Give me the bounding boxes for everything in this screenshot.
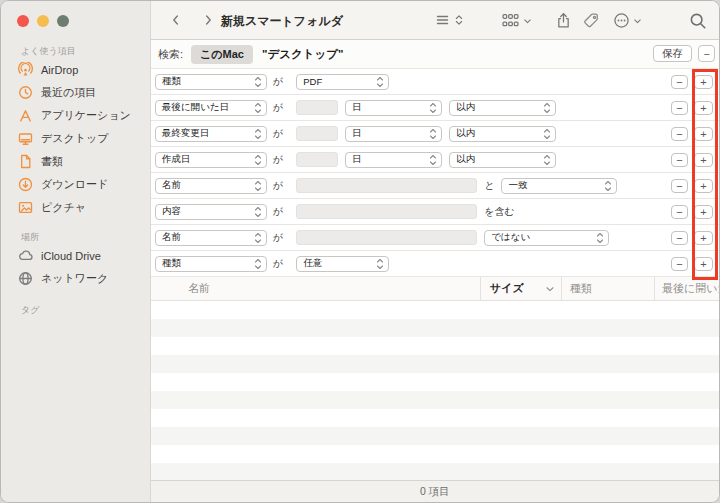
select-value: 以内 (456, 153, 475, 166)
select-value: 名前 (162, 179, 181, 192)
airdrop-icon (18, 62, 33, 77)
view-mode-button[interactable] (434, 12, 465, 28)
criteria-attribute-select[interactable]: 種類 (155, 256, 267, 272)
criteria-value-select[interactable]: ではない (484, 230, 609, 246)
criteria-value-select[interactable]: 日 (345, 100, 442, 116)
criteria-input[interactable] (296, 178, 477, 193)
sidebar-item-ピクチャ[interactable]: ピクチャ (1, 196, 150, 219)
sidebar-item-label: iCloud Drive (41, 250, 101, 262)
add-criteria-button[interactable]: + (694, 75, 713, 89)
criteria-value-select[interactable]: PDF (296, 74, 389, 90)
share-icon (555, 12, 572, 29)
criteria-value-select[interactable]: 以内 (449, 152, 556, 168)
criteria-value-select[interactable]: 日 (345, 152, 442, 168)
criteria-attribute-select[interactable]: 種類 (155, 74, 267, 90)
tag-icon (583, 12, 600, 29)
select-value: 種類 (162, 75, 181, 88)
criteria-attribute-select[interactable]: 内容 (155, 204, 267, 220)
sidebar-item-アプリケーション[interactable]: アプリケーション (1, 104, 150, 127)
cloud-icon (18, 248, 33, 263)
criteria-value-select[interactable]: 以内 (449, 100, 556, 116)
sidebar-item-AirDrop[interactable]: AirDrop (1, 58, 150, 81)
column-header-種類[interactable]: 種類 (561, 277, 654, 300)
add-criteria-button[interactable]: + (694, 101, 713, 115)
column-header-サイズ[interactable]: サイズ (480, 277, 561, 300)
add-criteria-button[interactable]: + (694, 179, 713, 193)
forward-button[interactable] (197, 10, 219, 30)
share-button[interactable] (555, 12, 572, 29)
criteria-value-select[interactable]: 以内 (449, 126, 556, 142)
stepper-icon (604, 180, 612, 192)
add-criteria-button[interactable]: + (694, 153, 713, 167)
sidebar-item-iCloud Drive[interactable]: iCloud Drive (1, 244, 150, 267)
sidebar-item-書類[interactable]: 書類 (1, 150, 150, 173)
add-criteria-button[interactable]: + (694, 127, 713, 141)
remove-criteria-button[interactable]: − (671, 257, 688, 271)
remove-criteria-button[interactable]: − (671, 127, 688, 141)
criteria-value-select[interactable]: 日 (345, 126, 442, 142)
document-icon (18, 154, 33, 169)
criteria-attribute-select[interactable]: 最終変更日 (155, 126, 267, 142)
criteria-input[interactable] (296, 152, 338, 167)
sidebar-item-デスクトップ[interactable]: デスクトップ (1, 127, 150, 150)
remove-criteria-button[interactable]: − (671, 75, 688, 89)
add-criteria-button[interactable]: + (694, 205, 713, 219)
remove-criteria-button[interactable]: − (671, 153, 688, 167)
criteria-input[interactable] (296, 230, 477, 245)
criteria-attribute-select[interactable]: 名前 (155, 230, 267, 246)
chevron-right-icon (201, 12, 215, 28)
column-header-最後に開いた日[interactable]: 最後に開いた日 (654, 277, 719, 300)
tags-button[interactable] (583, 12, 600, 29)
criteria-input[interactable] (296, 204, 477, 219)
remove-search-row-button[interactable]: − (698, 45, 715, 62)
group-by-button[interactable] (501, 12, 533, 29)
sidebar-item-ダウンロード[interactable]: ダウンロード (1, 173, 150, 196)
criteria-relation-label: が (273, 75, 283, 89)
sidebar-item-最近の項目[interactable]: 最近の項目 (1, 81, 150, 104)
applications-icon (18, 108, 33, 123)
remove-criteria-button[interactable]: − (671, 231, 688, 245)
actions-button[interactable] (613, 12, 643, 29)
criteria-attribute-select[interactable]: 最後に開いた日 (155, 100, 267, 116)
pictures-icon (18, 200, 33, 215)
group-view-icon (501, 12, 520, 29)
remove-criteria-button[interactable]: − (671, 205, 688, 219)
criteria-relation-label: が (273, 179, 283, 193)
stepper-icon (543, 154, 551, 166)
close-button[interactable] (17, 15, 29, 27)
criteria-input[interactable] (296, 126, 338, 141)
sidebar-item-ネットワーク[interactable]: ネットワーク (1, 267, 150, 290)
criteria-row: 名前がではない−+ (151, 225, 719, 251)
criteria-row: 作成日が日以内−+ (151, 147, 719, 173)
list-row (151, 409, 719, 427)
chevron-down-icon (545, 284, 555, 294)
select-value: 日 (352, 101, 362, 114)
criteria-value-select[interactable]: 一致 (501, 178, 617, 194)
criteria-attribute-select[interactable]: 名前 (155, 178, 267, 194)
remove-criteria-button[interactable]: − (671, 101, 688, 115)
search-button[interactable] (689, 12, 707, 30)
add-criteria-button[interactable]: + (694, 231, 713, 245)
criteria-input[interactable] (296, 100, 338, 115)
criteria-relation-label: が (273, 205, 283, 219)
zoom-button[interactable] (57, 15, 69, 27)
desktop-icon (18, 131, 33, 146)
download-icon (18, 177, 33, 192)
back-button[interactable] (165, 10, 187, 30)
sidebar-item-label: 最近の項目 (41, 85, 96, 100)
column-header-名前[interactable]: 名前 (151, 277, 480, 300)
criteria-attribute-select[interactable]: 作成日 (155, 152, 267, 168)
minimize-button[interactable] (37, 15, 49, 27)
scope-this-mac-button[interactable]: このMac (191, 45, 253, 64)
add-criteria-button[interactable]: + (694, 257, 713, 271)
stepper-icon (254, 258, 262, 270)
criteria-value-select[interactable]: 任意 (296, 256, 389, 272)
stepper-icon (429, 154, 437, 166)
select-value: 最終変更日 (162, 127, 210, 140)
stepper-icon (543, 102, 551, 114)
criteria-row: 内容がを含む−+ (151, 199, 719, 225)
remove-criteria-button[interactable]: − (671, 179, 688, 193)
save-button[interactable]: 保存 (653, 45, 692, 62)
stepper-icon (254, 76, 262, 88)
select-value: ではない (491, 231, 530, 244)
